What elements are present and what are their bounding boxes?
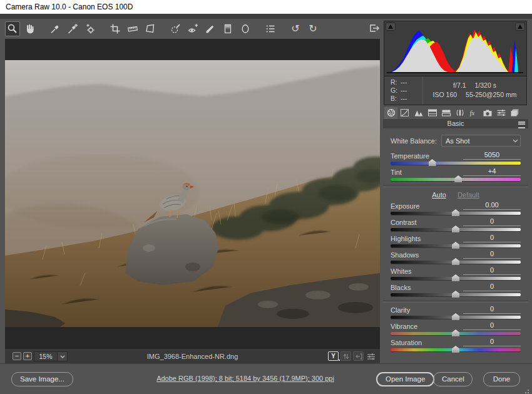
zoom-level-select[interactable]: 15% — [34, 351, 68, 361]
slider-thumb[interactable] — [452, 242, 459, 249]
white-balance-row: White Balance: As Shot — [391, 135, 521, 147]
slider-label: Blacks — [391, 284, 411, 291]
rgb-readout: R:--- G:--- B:--- — [384, 76, 423, 105]
slider-label: Clarity — [391, 306, 410, 314]
slider-value-field[interactable]: +4 — [463, 167, 521, 176]
graduated-filter-tool-icon[interactable] — [220, 21, 235, 36]
zoom-in-button[interactable]: + — [23, 352, 32, 360]
preferences-tool-icon[interactable] — [263, 21, 278, 36]
zoom-out-button[interactable]: − — [13, 352, 21, 360]
image-preview-area: − + 15% IMG_3968-Enhanced-NR.dng Y — [5, 39, 380, 363]
cancel-button[interactable]: Cancel — [433, 372, 473, 386]
slider-thumb[interactable] — [452, 226, 459, 232]
slider-highlights: Highlights0 — [391, 235, 521, 247]
slider-track[interactable] — [391, 228, 521, 231]
slider-value-field[interactable]: 0.00 — [463, 201, 521, 210]
tab-snapshots[interactable] — [508, 107, 521, 119]
slider-track[interactable] — [391, 178, 521, 181]
open-image-button[interactable]: Open Image — [376, 372, 434, 386]
slider-temperature: Temperature5050 — [391, 152, 521, 165]
default-link[interactable]: Default — [458, 191, 479, 199]
tab-split-toning[interactable] — [439, 107, 453, 119]
slider-track[interactable] — [391, 348, 521, 351]
histogram[interactable] — [384, 21, 527, 76]
tab-tone-curve[interactable] — [398, 107, 411, 119]
slider-thumb[interactable] — [452, 258, 459, 265]
slider-saturation: Saturation0 — [391, 339, 521, 351]
slider-thumb[interactable] — [452, 329, 459, 336]
swap-before-after-icon[interactable] — [340, 351, 351, 361]
slider-thumb[interactable] — [452, 313, 459, 320]
white-balance-label: White Balance: — [391, 137, 437, 145]
slider-track[interactable] — [391, 162, 521, 165]
dialog-footer: Save Image... Adobe RGB (1998); 8 bit; 5… — [0, 363, 532, 394]
tab-lens-corrections[interactable] — [453, 107, 466, 119]
photo-preview[interactable] — [5, 60, 380, 327]
done-button[interactable]: Done — [483, 372, 520, 386]
slider-track[interactable] — [391, 277, 521, 280]
color-sampler-tool-icon[interactable] — [65, 21, 80, 36]
slider-thumb[interactable] — [452, 209, 459, 216]
slider-label: Saturation — [391, 339, 422, 346]
zoom-tool-icon[interactable] — [5, 21, 20, 36]
red-eye-tool-icon[interactable] — [185, 21, 200, 36]
shadow-clipping-icon[interactable] — [386, 23, 396, 31]
white-balance-tool-icon[interactable] — [48, 21, 63, 36]
white-balance-select[interactable]: As Shot — [441, 135, 521, 147]
transform-tool-icon[interactable] — [143, 21, 158, 36]
straighten-tool-icon[interactable] — [125, 21, 140, 36]
radial-filter-tool-icon[interactable] — [238, 21, 253, 36]
slider-track[interactable] — [391, 244, 521, 247]
slider-value-field[interactable]: 0 — [463, 217, 521, 226]
slider-track[interactable] — [391, 332, 521, 335]
window-titlebar: Camera Raw 10.0 - Canon EOS 100D — [0, 0, 532, 14]
save-image-button[interactable]: Save Image... — [11, 372, 73, 386]
targeted-adjustment-tool-icon[interactable] — [83, 21, 98, 36]
image-info-bar: R:--- G:--- B:--- f/7.11/320 s ISO 16055… — [384, 76, 527, 105]
slider-track[interactable] — [391, 261, 521, 264]
workflow-options-link[interactable]: Adobe RGB (1998); 8 bit; 5184 by 3456 (1… — [156, 375, 334, 382]
slider-thumb[interactable] — [429, 159, 436, 166]
hand-tool-icon[interactable] — [23, 21, 38, 36]
slider-thumb[interactable] — [452, 274, 459, 281]
rotate-right-tool-icon[interactable]: ↻ — [305, 21, 320, 36]
slider-value-field[interactable]: 0 — [463, 338, 521, 346]
aperture-value: f/7.1 — [453, 81, 466, 89]
tab-effects[interactable]: fx — [467, 107, 480, 119]
zoom-level-value: 15% — [34, 352, 57, 361]
slider-value-field[interactable]: 5050 — [463, 151, 521, 160]
rgb-b-value: --- — [401, 95, 411, 103]
copy-settings-icon[interactable] — [353, 351, 364, 361]
tab-basic[interactable] — [384, 107, 397, 119]
slider-thumb[interactable] — [452, 291, 459, 298]
resize-grip[interactable] — [528, 390, 529, 391]
slider-track[interactable] — [391, 212, 521, 215]
slider-thumb[interactable] — [452, 346, 459, 353]
toggle-fullscreen-icon[interactable] — [367, 21, 382, 36]
panel-menu-icon[interactable] — [518, 122, 525, 128]
slider-value-field[interactable]: 0 — [463, 234, 521, 242]
tab-presets[interactable] — [494, 107, 508, 119]
rotate-left-tool-icon[interactable]: ↺ — [288, 21, 303, 36]
tab-hsl-grayscale[interactable] — [426, 107, 439, 119]
auto-link[interactable]: Auto — [432, 191, 446, 199]
crop-tool-icon[interactable] — [108, 21, 123, 36]
slider-value-field[interactable]: 0 — [463, 321, 521, 330]
slider-value-field[interactable]: 0 — [463, 305, 521, 314]
adjustments-panel: R:--- G:--- B:--- f/7.11/320 s ISO 16055… — [383, 19, 528, 363]
preview-preferences-icon[interactable] — [366, 351, 376, 361]
before-after-toggle-button[interactable]: Y — [328, 351, 339, 361]
slider-value-field[interactable]: 0 — [463, 266, 521, 275]
spot-removal-tool-icon[interactable] — [168, 21, 183, 36]
tab-detail[interactable] — [412, 107, 425, 119]
slider-track[interactable] — [391, 293, 521, 296]
highlight-clipping-icon[interactable] — [515, 23, 525, 31]
slider-track[interactable] — [391, 316, 521, 319]
slider-value-field[interactable]: 0 — [463, 283, 521, 291]
chevron-down-icon[interactable] — [57, 352, 67, 361]
adjustment-brush-tool-icon[interactable] — [203, 21, 218, 36]
slider-value-field[interactable]: 0 — [463, 250, 521, 259]
panel-title: Basic — [448, 120, 464, 127]
tab-camera-calibration[interactable] — [481, 107, 494, 119]
slider-thumb[interactable] — [454, 175, 462, 182]
